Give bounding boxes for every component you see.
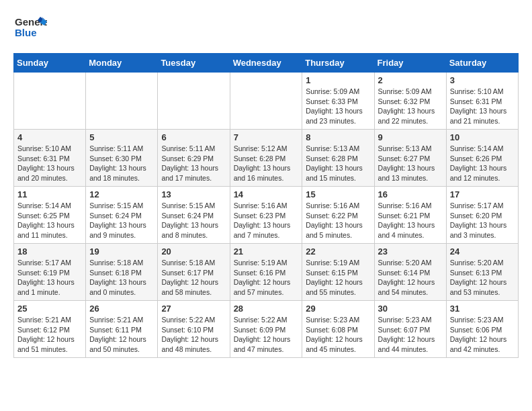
calendar-cell: 26Sunrise: 5:21 AM Sunset: 6:11 PM Dayli…	[86, 301, 158, 358]
calendar-cell: 5Sunrise: 5:11 AM Sunset: 6:30 PM Daylig…	[86, 130, 158, 187]
day-number: 17	[450, 189, 515, 199]
week-row-3: 11Sunrise: 5:14 AM Sunset: 6:25 PM Dayli…	[14, 187, 519, 244]
day-info: Sunrise: 5:23 AM Sunset: 6:06 PM Dayligh…	[450, 315, 515, 355]
calendar-cell: 7Sunrise: 5:12 AM Sunset: 6:28 PM Daylig…	[230, 130, 302, 187]
day-number: 7	[234, 132, 299, 142]
day-number: 18	[17, 246, 82, 257]
day-number: 16	[378, 189, 443, 199]
day-info: Sunrise: 5:22 AM Sunset: 6:09 PM Dayligh…	[234, 315, 299, 355]
day-number: 8	[306, 132, 370, 142]
calendar-cell: 3Sunrise: 5:10 AM Sunset: 6:31 PM Daylig…	[446, 73, 518, 130]
day-info: Sunrise: 5:15 AM Sunset: 6:24 PM Dayligh…	[89, 201, 154, 240]
day-info: Sunrise: 5:13 AM Sunset: 6:27 PM Dayligh…	[378, 144, 443, 183]
day-number: 13	[161, 189, 226, 199]
week-row-2: 4Sunrise: 5:10 AM Sunset: 6:31 PM Daylig…	[14, 130, 519, 187]
calendar-cell: 25Sunrise: 5:21 AM Sunset: 6:12 PM Dayli…	[14, 301, 86, 358]
calendar-cell: 27Sunrise: 5:22 AM Sunset: 6:10 PM Dayli…	[158, 301, 230, 358]
day-info: Sunrise: 5:21 AM Sunset: 6:12 PM Dayligh…	[17, 315, 82, 355]
day-number: 14	[234, 189, 299, 199]
day-info: Sunrise: 5:09 AM Sunset: 6:33 PM Dayligh…	[306, 87, 370, 126]
svg-text:Blue: Blue	[15, 27, 37, 38]
day-header-saturday: Saturday	[446, 54, 518, 73]
day-info: Sunrise: 5:14 AM Sunset: 6:26 PM Dayligh…	[450, 144, 515, 183]
day-number: 31	[450, 304, 515, 314]
logo-icon: General Blue	[13, 13, 47, 46]
day-info: Sunrise: 5:10 AM Sunset: 6:31 PM Dayligh…	[17, 144, 82, 183]
day-info: Sunrise: 5:16 AM Sunset: 6:23 PM Dayligh…	[234, 201, 299, 240]
calendar-cell: 1Sunrise: 5:09 AM Sunset: 6:33 PM Daylig…	[302, 73, 374, 130]
day-info: Sunrise: 5:23 AM Sunset: 6:08 PM Dayligh…	[306, 315, 370, 355]
week-row-1: 1Sunrise: 5:09 AM Sunset: 6:33 PM Daylig…	[14, 73, 519, 130]
calendar-cell: 18Sunrise: 5:17 AM Sunset: 6:19 PM Dayli…	[14, 244, 86, 301]
day-number: 15	[306, 189, 370, 199]
calendar-cell: 19Sunrise: 5:18 AM Sunset: 6:18 PM Dayli…	[86, 244, 158, 301]
calendar-cell: 15Sunrise: 5:16 AM Sunset: 6:22 PM Dayli…	[302, 187, 374, 244]
calendar-cell: 14Sunrise: 5:16 AM Sunset: 6:23 PM Dayli…	[230, 187, 302, 244]
calendar-cell	[158, 73, 230, 130]
day-header-wednesday: Wednesday	[230, 54, 302, 73]
calendar-cell: 12Sunrise: 5:15 AM Sunset: 6:24 PM Dayli…	[86, 187, 158, 244]
day-info: Sunrise: 5:11 AM Sunset: 6:29 PM Dayligh…	[161, 144, 226, 183]
day-header-monday: Monday	[86, 54, 158, 73]
calendar-cell: 29Sunrise: 5:23 AM Sunset: 6:08 PM Dayli…	[302, 301, 374, 358]
day-number: 20	[161, 246, 226, 257]
day-header-sunday: Sunday	[14, 54, 86, 73]
day-number: 22	[306, 246, 370, 257]
calendar-cell: 11Sunrise: 5:14 AM Sunset: 6:25 PM Dayli…	[14, 187, 86, 244]
day-number: 21	[234, 246, 299, 257]
day-info: Sunrise: 5:09 AM Sunset: 6:32 PM Dayligh…	[378, 87, 443, 126]
day-info: Sunrise: 5:21 AM Sunset: 6:11 PM Dayligh…	[89, 315, 154, 355]
day-number: 6	[161, 132, 226, 142]
calendar-cell: 8Sunrise: 5:13 AM Sunset: 6:28 PM Daylig…	[302, 130, 374, 187]
calendar-cell: 31Sunrise: 5:23 AM Sunset: 6:06 PM Dayli…	[446, 301, 518, 358]
day-info: Sunrise: 5:11 AM Sunset: 6:30 PM Dayligh…	[89, 144, 154, 183]
day-number: 1	[306, 75, 370, 85]
calendar-table: SundayMondayTuesdayWednesdayThursdayFrid…	[13, 53, 519, 358]
day-number: 10	[450, 132, 515, 142]
logo: General Blue	[13, 13, 47, 46]
header: General Blue	[13, 13, 519, 46]
calendar-cell: 10Sunrise: 5:14 AM Sunset: 6:26 PM Dayli…	[446, 130, 518, 187]
day-info: Sunrise: 5:13 AM Sunset: 6:28 PM Dayligh…	[306, 144, 370, 183]
day-info: Sunrise: 5:10 AM Sunset: 6:31 PM Dayligh…	[450, 87, 515, 126]
day-number: 29	[306, 304, 370, 314]
day-number: 27	[161, 304, 226, 314]
day-info: Sunrise: 5:20 AM Sunset: 6:14 PM Dayligh…	[378, 258, 443, 298]
day-number: 2	[378, 75, 443, 85]
calendar-cell: 6Sunrise: 5:11 AM Sunset: 6:29 PM Daylig…	[158, 130, 230, 187]
day-number: 9	[378, 132, 443, 142]
calendar-cell: 28Sunrise: 5:22 AM Sunset: 6:09 PM Dayli…	[230, 301, 302, 358]
day-header-thursday: Thursday	[302, 54, 374, 73]
day-info: Sunrise: 5:19 AM Sunset: 6:15 PM Dayligh…	[306, 258, 370, 298]
day-info: Sunrise: 5:17 AM Sunset: 6:20 PM Dayligh…	[450, 201, 515, 240]
calendar-cell: 4Sunrise: 5:10 AM Sunset: 6:31 PM Daylig…	[14, 130, 86, 187]
day-info: Sunrise: 5:23 AM Sunset: 6:07 PM Dayligh…	[378, 315, 443, 355]
day-number: 23	[378, 246, 443, 257]
day-info: Sunrise: 5:20 AM Sunset: 6:13 PM Dayligh…	[450, 258, 515, 298]
calendar-cell	[230, 73, 302, 130]
calendar-cell: 23Sunrise: 5:20 AM Sunset: 6:14 PM Dayli…	[374, 244, 446, 301]
day-number: 26	[89, 304, 154, 314]
calendar-cell: 21Sunrise: 5:19 AM Sunset: 6:16 PM Dayli…	[230, 244, 302, 301]
day-number: 4	[17, 132, 82, 142]
day-headers-row: SundayMondayTuesdayWednesdayThursdayFrid…	[14, 54, 519, 73]
day-info: Sunrise: 5:19 AM Sunset: 6:16 PM Dayligh…	[234, 258, 299, 298]
day-number: 25	[17, 304, 82, 314]
calendar-cell	[14, 73, 86, 130]
day-number: 12	[89, 189, 154, 199]
week-row-4: 18Sunrise: 5:17 AM Sunset: 6:19 PM Dayli…	[14, 244, 519, 301]
day-info: Sunrise: 5:22 AM Sunset: 6:10 PM Dayligh…	[161, 315, 226, 355]
day-number: 24	[450, 246, 515, 257]
day-number: 28	[234, 304, 299, 314]
day-number: 30	[378, 304, 443, 314]
day-number: 19	[89, 246, 154, 257]
calendar-cell: 17Sunrise: 5:17 AM Sunset: 6:20 PM Dayli…	[446, 187, 518, 244]
day-info: Sunrise: 5:16 AM Sunset: 6:21 PM Dayligh…	[378, 201, 443, 240]
day-number: 11	[17, 189, 82, 199]
day-info: Sunrise: 5:14 AM Sunset: 6:25 PM Dayligh…	[17, 201, 82, 240]
calendar-cell: 9Sunrise: 5:13 AM Sunset: 6:27 PM Daylig…	[374, 130, 446, 187]
calendar-cell: 16Sunrise: 5:16 AM Sunset: 6:21 PM Dayli…	[374, 187, 446, 244]
calendar-cell: 24Sunrise: 5:20 AM Sunset: 6:13 PM Dayli…	[446, 244, 518, 301]
calendar-cell: 20Sunrise: 5:18 AM Sunset: 6:17 PM Dayli…	[158, 244, 230, 301]
calendar-cell: 30Sunrise: 5:23 AM Sunset: 6:07 PM Dayli…	[374, 301, 446, 358]
